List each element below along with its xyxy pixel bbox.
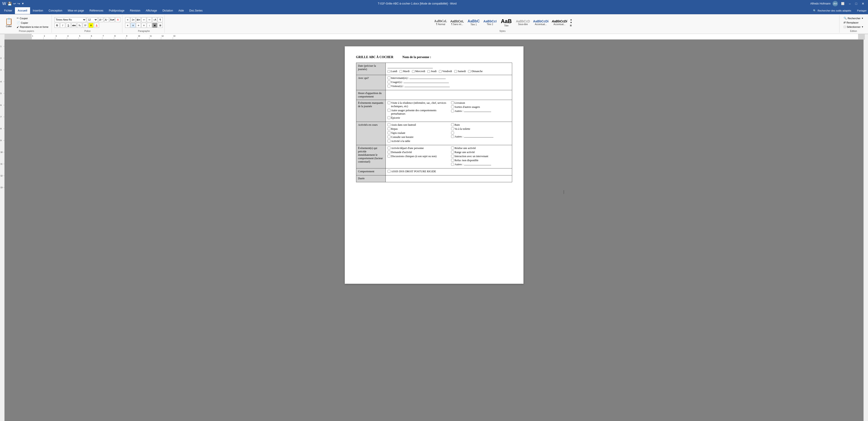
multilevel-button[interactable]: ⊞≡ — [136, 17, 141, 22]
refus-check[interactable] — [451, 159, 454, 162]
underline-button[interactable]: S — [66, 23, 71, 28]
styles-expand[interactable]: ⊞ — [570, 24, 572, 27]
indent-decrease-button[interactable]: ⇦ — [142, 17, 146, 22]
font-family-select[interactable]: Times New Ro — [55, 17, 86, 22]
reproduire-button[interactable]: 🖌 Reproduire la mise en forme — [16, 25, 50, 29]
highlight-button[interactable]: A — [89, 23, 93, 28]
bain-check[interactable] — [451, 123, 454, 126]
strikethrough-button[interactable]: abc — [71, 23, 76, 28]
heure-content[interactable] — [385, 90, 512, 100]
epicerie-check[interactable] — [388, 116, 391, 119]
align-center-button[interactable]: ≡ — [130, 23, 135, 28]
duree-content[interactable] — [385, 175, 512, 182]
realise-line: Réalise une activité — [451, 147, 510, 150]
autres-evenements-check[interactable] — [451, 109, 454, 112]
tab-docseries[interactable]: Doc.Series — [187, 7, 206, 14]
assis-check[interactable] — [388, 123, 391, 126]
style-titre1[interactable]: AaBbC Titre 1 — [466, 19, 482, 26]
activites-autres-check[interactable] — [451, 131, 454, 134]
indent-increase-button[interactable]: ⇨ — [147, 17, 152, 22]
window-maximize[interactable]: □ — [854, 2, 859, 5]
toilette-check[interactable] — [451, 127, 454, 130]
sorties-check[interactable] — [451, 105, 454, 108]
sort-button[interactable]: ↕A — [152, 17, 157, 22]
tapis-check[interactable] — [388, 131, 391, 134]
justify-button[interactable]: ≡ — [142, 23, 146, 28]
shading-button[interactable]: ■ — [152, 23, 157, 28]
activites-autres2-check[interactable] — [451, 135, 454, 138]
quick-save[interactable]: 💾 — [7, 2, 12, 6]
selectionner-button[interactable]: ⬚ Sélectionner ▼ — [842, 25, 865, 29]
bullets-button[interactable]: ≡ — [125, 17, 130, 22]
clear-format-button[interactable]: A — [115, 17, 120, 22]
style-sous-titre[interactable]: AaBbCcD Sous-titre — [515, 19, 531, 26]
tab-insertion[interactable]: Insertion — [30, 7, 46, 14]
tab-references[interactable]: Références — [87, 7, 106, 14]
realise-check[interactable] — [451, 147, 454, 150]
style-titre[interactable]: AaB Titre — [498, 18, 514, 27]
tab-fichier[interactable]: Fichier — [1, 7, 15, 14]
numbering-button[interactable]: 1≡ — [130, 17, 135, 22]
line-spacing-button[interactable]: ↕ — [147, 23, 152, 28]
change-case-button[interactable]: Aa▾ — [110, 17, 115, 22]
document-area[interactable]: GRILLE ABC À COCHER Nom de la personne :… — [4, 39, 864, 421]
style-titre2[interactable]: AaBbCcI Titre 2 — [482, 19, 498, 26]
font-size-select[interactable]: 12 — [87, 17, 98, 22]
italic-button[interactable]: I — [60, 23, 65, 28]
intervenants-check[interactable] — [388, 76, 391, 79]
superscript-button[interactable]: X² — [83, 23, 88, 28]
subscript-button[interactable]: X₂ — [77, 23, 82, 28]
table-activite-check[interactable] — [388, 139, 391, 142]
tab-dictation[interactable]: Dictation — [160, 7, 176, 14]
quick-redo[interactable]: ↪ — [18, 2, 20, 5]
style-sans-interligne[interactable]: AaBbCeL ¶ Sans int... — [449, 19, 465, 26]
discussions-check[interactable] — [388, 155, 391, 158]
avecqui-label: Avec qui? — [356, 75, 385, 90]
interaction-check[interactable] — [451, 155, 454, 158]
show-marks-button[interactable]: ¶ — [158, 17, 163, 22]
copier-button[interactable]: 📄 Copier — [16, 21, 50, 25]
window-minimize[interactable]: – — [848, 2, 852, 5]
visiteurs-check[interactable] — [388, 85, 391, 88]
quick-more[interactable]: ▼ — [22, 2, 24, 5]
search-tools-label[interactable]: Rechercher des outils adaptés — [817, 9, 851, 12]
comportement-check[interactable] — [388, 170, 391, 173]
tab-affichage[interactable]: Affichage — [143, 7, 160, 14]
style-normal[interactable]: AaBbCeL ¶ Normal — [433, 19, 448, 26]
align-right-button[interactable]: ≡ — [136, 23, 141, 28]
visite-check[interactable] — [388, 101, 391, 104]
style-accentuation1[interactable]: AaBbCcDi Accentuat... — [532, 19, 550, 26]
horaire-check[interactable] — [388, 135, 391, 138]
bold-button[interactable]: G — [55, 23, 60, 28]
coller-button[interactable]: 📋 Coller — [3, 17, 14, 28]
window-restore-icon[interactable]: ⬜ — [840, 2, 846, 5]
tab-accueil[interactable]: Accueil — [15, 7, 30, 14]
repas-check[interactable] — [388, 127, 391, 130]
arrivee-check[interactable] — [388, 147, 391, 150]
range-check[interactable] — [451, 151, 454, 154]
styles-scroll-up[interactable]: ▲ — [570, 18, 572, 21]
usagers-check[interactable] — [388, 80, 391, 84]
livraison-check[interactable] — [451, 101, 454, 104]
tab-publipostage[interactable]: Publipostage — [106, 7, 127, 14]
fontcolor-button[interactable]: A — [94, 23, 99, 28]
autre-usager-check[interactable] — [388, 109, 391, 112]
window-close[interactable]: ✕ — [860, 2, 866, 5]
align-left-button[interactable]: ≡ — [125, 23, 130, 28]
borders-button[interactable]: ⊞ — [158, 23, 163, 28]
tab-miseenpage[interactable]: Mise en page — [65, 7, 87, 14]
remplacer-button[interactable]: ⇄ Remplacer — [842, 21, 865, 25]
font-grow-button[interactable]: A⁺ — [98, 17, 103, 22]
demande-check[interactable] — [388, 151, 391, 154]
style-accentuation2[interactable]: AaBbCcDi Accentuat... — [550, 19, 568, 26]
couper-button[interactable]: ✂ Couper — [16, 16, 50, 20]
styles-scroll-down[interactable]: ▼ — [570, 21, 572, 24]
tab-aide[interactable]: Aide — [176, 7, 187, 14]
quick-undo[interactable]: ↩ — [13, 2, 16, 5]
share-button[interactable]: Partager — [857, 9, 867, 12]
rechercher-button[interactable]: 🔍 Rechercher ▼ — [842, 16, 865, 20]
precedent-autres-check[interactable] — [451, 163, 454, 166]
tab-conception[interactable]: Conception — [46, 7, 65, 14]
font-shrink-button[interactable]: A⁻ — [104, 17, 109, 22]
tab-revision[interactable]: Révision — [127, 7, 143, 14]
